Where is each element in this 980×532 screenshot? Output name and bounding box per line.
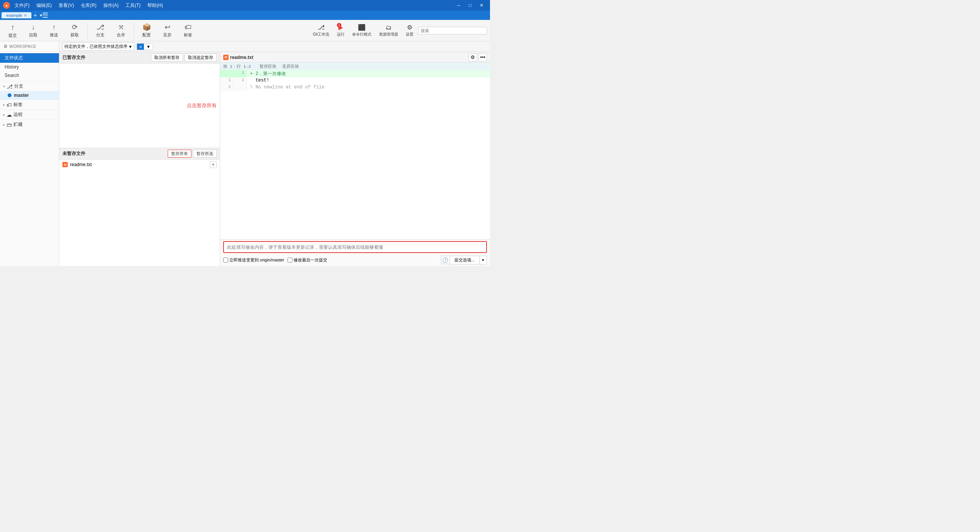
menu-file[interactable]: 文件(F)	[11, 2, 33, 10]
tab-close-icon[interactable]: ✕	[24, 13, 27, 18]
branch-button[interactable]: ⎇ 分支	[91, 21, 110, 39]
terminal-label: 命令行模式	[352, 32, 371, 37]
stash-expand-icon: ▸	[3, 122, 5, 127]
sidebar-group-branches[interactable]: ▾ ⎇ 分支	[0, 82, 59, 91]
stash-button[interactable]: 📦 配置	[137, 21, 156, 39]
tag-icon: 🏷	[185, 23, 191, 31]
menu-help[interactable]: 帮助(H)	[144, 2, 166, 10]
discard-icon: ↩	[165, 23, 170, 31]
tab-add-button[interactable]: ＋	[31, 11, 39, 19]
diff-content-2: test!	[247, 77, 490, 84]
push-button[interactable]: ↑ 推送	[44, 22, 64, 39]
pull-button[interactable]: ↓ 拉取	[24, 22, 43, 39]
run-badge: 1	[337, 23, 341, 28]
list-view-button[interactable]: ≡	[137, 44, 144, 50]
push-checkbox-input[interactable]	[223, 258, 228, 263]
tab-label: example	[6, 13, 22, 18]
diff-file-name: readme.txt	[230, 55, 253, 60]
discard-block-btn-inline[interactable]: 丢弃区块	[282, 64, 299, 69]
sidebar-branch-master[interactable]: master	[0, 91, 59, 100]
unstaged-files-area: M readme.txt ＋	[59, 160, 220, 266]
right-pane: M readme.txt ⚙ ••• 块 1：行 1-2 暂存区块 丢弃区块	[220, 52, 490, 266]
commit-label: 提交	[8, 33, 17, 38]
commit-submit-button[interactable]: 提交选项...	[449, 256, 480, 264]
minimize-button[interactable]: ─	[453, 2, 464, 9]
merge-button[interactable]: ⤲ 合并	[111, 21, 131, 39]
tag-button[interactable]: 🏷 标签	[178, 22, 198, 39]
stash-label: 配置	[142, 32, 151, 38]
search-input[interactable]	[418, 27, 487, 34]
window-controls: ─ □ ✕	[453, 2, 487, 9]
file-status-label: 文件状态	[5, 55, 23, 61]
diff-new-num-2: 2	[234, 77, 247, 84]
push-icon: ↑	[52, 23, 56, 31]
commit-submit-area: 🕐 提交选项... ▾	[441, 256, 487, 264]
search-label: Search	[5, 73, 19, 78]
sidebar-group-remotes[interactable]: ▸ ☁ 远程	[0, 110, 59, 119]
master-branch-dot	[8, 93, 11, 97]
maximize-button[interactable]: □	[465, 2, 475, 9]
sidebar-item-file-status[interactable]: 文件状态	[0, 53, 59, 63]
cancel-all-staged-button[interactable]: 取消所有暂存	[151, 54, 183, 62]
staged-files-area: 点击暂存所有	[59, 64, 220, 148]
commit-input-wrapper	[223, 241, 487, 253]
unstaged-header-buttons: 暂存所有 暂存所选	[168, 150, 217, 158]
tab-example[interactable]: example ✕	[2, 12, 31, 18]
push-label: 推送	[50, 32, 58, 38]
diff-old-num-3: 2	[220, 84, 234, 91]
workspace-header: 🖥 WORKSPACE	[0, 41, 59, 52]
commit-submit-dropdown[interactable]: ▾	[480, 256, 487, 264]
push-checkbox-label: 立即推送变更到 origin/master	[229, 257, 284, 263]
merge-icon: ⤲	[118, 23, 124, 31]
filter-select[interactable]: 待定的文件，已依照文件状态排序 ▼	[62, 42, 134, 51]
cancel-selected-staged-button[interactable]: 取消选定暂存	[185, 54, 217, 62]
settings-button[interactable]: ⚙ 设置	[403, 22, 416, 39]
stash-selected-button[interactable]: 暂存所选	[193, 150, 217, 158]
amend-checkbox-input[interactable]	[287, 258, 292, 263]
app-icon: ●	[3, 2, 10, 9]
add-file-button[interactable]: ＋	[210, 161, 217, 168]
diff-line-2: 1 2 test!	[220, 77, 490, 84]
commit-amend-checkbox[interactable]: 修改最后一次提交	[287, 257, 327, 263]
menu-edit[interactable]: 编辑(E)	[33, 2, 55, 10]
title-bar: ● 文件(F) 编辑(E) 查看(V) 仓库(R) 操作(A) 工具(T) 帮助…	[0, 0, 490, 11]
menu-action[interactable]: 操作(A)	[100, 2, 122, 10]
stage-block-btn-inline[interactable]: 暂存区块	[260, 64, 276, 69]
settings-label: 设置	[406, 32, 413, 37]
unstaged-title: 未暂存文件	[62, 150, 85, 157]
toolbar: ↑ 提交 ↓ 拉取 ↑ 推送 ⟳ 获取 ⎇ 分支 ⤲ 合并 📦 配置 ↩ 丢弃 …	[0, 20, 490, 41]
file-name: readme.txt	[70, 162, 92, 167]
menu-view[interactable]: 查看(V)	[56, 2, 77, 10]
commit-button[interactable]: ↑ 提交	[3, 21, 22, 40]
terminal-button[interactable]: ⬛ 命令行模式	[349, 22, 374, 39]
view-toggle: ≡ ▼	[137, 43, 153, 50]
staged-title: 已暂存文件	[62, 54, 85, 61]
sidebar-item-search[interactable]: Search	[0, 71, 59, 80]
tree-view-button[interactable]: ▼	[144, 44, 153, 50]
sidebar-group-tags[interactable]: ▸ 🏷 标签	[0, 100, 59, 109]
git-flow-button[interactable]: ⎇ Git工作流	[310, 22, 332, 39]
close-button[interactable]: ✕	[476, 2, 487, 9]
diff-more-button[interactable]: •••	[479, 53, 487, 62]
sidebar-item-history[interactable]: History	[0, 63, 59, 71]
sidebar-section-main: 文件状态 History Search	[0, 52, 59, 81]
menu-repo[interactable]: 仓库(R)	[78, 2, 100, 10]
file-item-readme[interactable]: M readme.txt ＋	[59, 160, 220, 170]
menu-tools[interactable]: 工具(T)	[122, 2, 144, 10]
fetch-button[interactable]: ⟳ 获取	[65, 21, 84, 39]
menu-bar: 文件(F) 编辑(E) 查看(V) 仓库(R) 操作(A) 工具(T) 帮助(H…	[11, 2, 166, 10]
sidebar-group-stash[interactable]: ▸ 🗃 贮藏	[0, 120, 59, 129]
commit-push-checkbox[interactable]: 立即推送变更到 origin/master	[223, 257, 284, 263]
resource-icon: 🗂	[385, 24, 392, 31]
commit-message-input[interactable]	[227, 245, 483, 250]
run-button[interactable]: 1 ▶ 运行	[334, 22, 348, 39]
diff-settings-button[interactable]: ⚙	[469, 53, 477, 62]
commit-time-icon[interactable]: 🕐	[441, 256, 449, 264]
hamburger-menu[interactable]: ☰	[42, 11, 48, 20]
resource-button[interactable]: 🗂 资源管理器	[376, 23, 401, 39]
staged-section-header: 已暂存文件 取消所有暂存 取消选定暂存	[59, 52, 220, 64]
stash-all-button[interactable]: 暂存所有	[168, 150, 191, 158]
discard-button[interactable]: ↩ 丢弃	[158, 21, 177, 39]
branches-icon: ⎇	[7, 83, 13, 90]
pull-icon: ↓	[32, 23, 35, 31]
